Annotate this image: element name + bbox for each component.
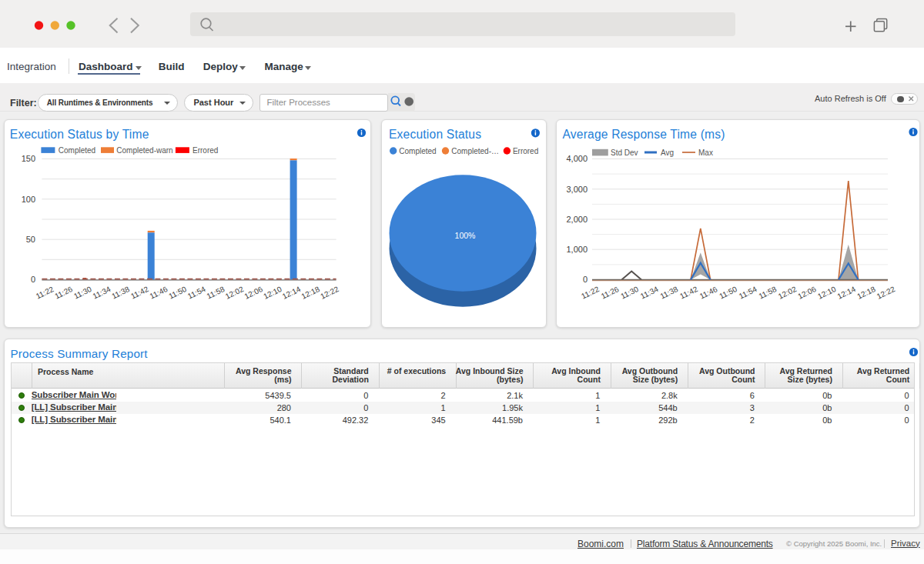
svg-text:11:50: 11:50 bbox=[167, 285, 188, 301]
svg-text:11:54: 11:54 bbox=[186, 285, 207, 301]
svg-text:12:22: 12:22 bbox=[319, 285, 340, 301]
svg-text:1,000: 1,000 bbox=[566, 245, 588, 254]
svg-text:12:02: 12:02 bbox=[224, 285, 246, 301]
svg-text:Errored: Errored bbox=[192, 146, 218, 155]
svg-text:11:42: 11:42 bbox=[678, 285, 699, 301]
svg-text:0: 0 bbox=[583, 275, 588, 284]
svg-text:12:14: 12:14 bbox=[836, 285, 858, 301]
svg-text:Completed: Completed bbox=[59, 146, 95, 155]
svg-text:11:58: 11:58 bbox=[206, 285, 226, 301]
svg-text:0: 0 bbox=[31, 275, 35, 284]
svg-text:100%: 100% bbox=[455, 231, 476, 240]
svg-text:12:18: 12:18 bbox=[855, 285, 877, 301]
svg-text:11:30: 11:30 bbox=[619, 285, 640, 301]
svg-text:11:26: 11:26 bbox=[53, 285, 74, 301]
svg-text:150: 150 bbox=[22, 154, 35, 163]
svg-text:Std Dev: Std Dev bbox=[611, 149, 638, 157]
svg-text:50: 50 bbox=[26, 235, 35, 244]
svg-text:100: 100 bbox=[22, 195, 35, 204]
svg-text:11:38: 11:38 bbox=[659, 285, 680, 301]
svg-text:Execution Status: Execution Status bbox=[389, 128, 481, 141]
svg-text:4,000: 4,000 bbox=[566, 154, 588, 163]
svg-text:12:10: 12:10 bbox=[262, 285, 283, 301]
svg-text:Errored: Errored bbox=[513, 147, 538, 155]
svg-text:12:14: 12:14 bbox=[281, 285, 303, 301]
svg-text:11:34: 11:34 bbox=[639, 285, 660, 301]
svg-text:11:30: 11:30 bbox=[72, 285, 93, 301]
svg-text:12:06: 12:06 bbox=[796, 285, 818, 301]
svg-text:12:18: 12:18 bbox=[300, 285, 322, 301]
svg-text:3,000: 3,000 bbox=[566, 185, 588, 194]
svg-text:11:46: 11:46 bbox=[149, 285, 169, 301]
svg-text:2,000: 2,000 bbox=[566, 215, 588, 224]
svg-text:Avg: Avg bbox=[661, 149, 674, 157]
svg-text:Completed: Completed bbox=[399, 147, 436, 155]
svg-text:11:50: 11:50 bbox=[718, 285, 738, 301]
svg-text:Max: Max bbox=[698, 149, 713, 157]
svg-text:12:02: 12:02 bbox=[777, 285, 798, 301]
svg-text:Execution Status by Time: Execution Status by Time bbox=[10, 128, 149, 141]
svg-text:11:54: 11:54 bbox=[738, 285, 758, 301]
svg-text:11:38: 11:38 bbox=[110, 285, 131, 301]
svg-text:11:26: 11:26 bbox=[600, 285, 621, 301]
svg-text:11:22: 11:22 bbox=[580, 285, 601, 301]
svg-text:Process Summary Report: Process Summary Report bbox=[11, 347, 149, 360]
svg-text:11:34: 11:34 bbox=[92, 285, 112, 301]
svg-text:Average Response Time (ms): Average Response Time (ms) bbox=[563, 128, 725, 141]
svg-text:12:10: 12:10 bbox=[816, 285, 838, 301]
svg-text:12:06: 12:06 bbox=[243, 285, 265, 301]
svg-text:11:22: 11:22 bbox=[35, 285, 55, 301]
svg-text:Completed-…: Completed-… bbox=[451, 147, 499, 155]
svg-text:11:46: 11:46 bbox=[698, 285, 719, 301]
svg-text:11:42: 11:42 bbox=[129, 285, 150, 301]
svg-text:12:22: 12:22 bbox=[875, 285, 897, 301]
svg-text:11:58: 11:58 bbox=[758, 285, 778, 301]
svg-text:Completed-warn: Completed-warn bbox=[116, 146, 172, 155]
